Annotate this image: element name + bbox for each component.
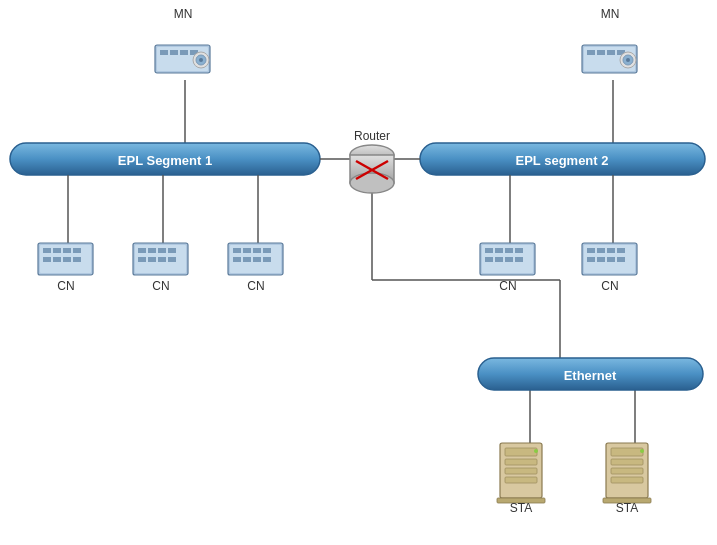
svg-rect-60: [587, 248, 595, 253]
svg-rect-20: [43, 248, 51, 253]
svg-point-73: [534, 449, 538, 453]
mn2-device: [582, 45, 637, 73]
svg-rect-51: [495, 248, 503, 253]
cn5-device: [582, 243, 637, 275]
cn5-label: CN: [601, 279, 618, 293]
svg-rect-71: [505, 468, 537, 474]
svg-rect-56: [505, 257, 513, 262]
svg-rect-45: [243, 257, 251, 262]
svg-rect-76: [611, 448, 643, 456]
svg-rect-64: [587, 257, 595, 262]
svg-rect-22: [63, 248, 71, 253]
svg-rect-70: [505, 459, 537, 465]
svg-rect-62: [607, 248, 615, 253]
svg-rect-34: [138, 257, 146, 262]
svg-rect-2: [160, 50, 168, 55]
svg-rect-36: [158, 257, 166, 262]
svg-rect-53: [515, 248, 523, 253]
sta2-device: [603, 443, 651, 503]
svg-rect-33: [168, 248, 176, 253]
cn3-label: CN: [247, 279, 264, 293]
ethernet-label: Ethernet: [564, 368, 617, 383]
svg-rect-32: [158, 248, 166, 253]
svg-rect-61: [597, 248, 605, 253]
svg-rect-24: [43, 257, 51, 262]
svg-rect-13: [607, 50, 615, 55]
sta1-label: STA: [510, 501, 532, 515]
svg-rect-52: [505, 248, 513, 253]
cn4-device: [480, 243, 535, 275]
mn1-device: [155, 45, 210, 73]
svg-rect-26: [63, 257, 71, 262]
svg-rect-23: [73, 248, 81, 253]
svg-rect-72: [505, 477, 537, 483]
svg-rect-40: [233, 248, 241, 253]
cn4-label: CN: [499, 279, 516, 293]
cn3-device: [228, 243, 283, 275]
svg-rect-12: [597, 50, 605, 55]
router-bottom: [350, 173, 394, 193]
svg-rect-47: [263, 257, 271, 262]
svg-rect-46: [253, 257, 261, 262]
mn1-label: MN: [174, 7, 193, 21]
svg-point-80: [640, 449, 644, 453]
svg-rect-67: [617, 257, 625, 262]
svg-point-8: [199, 58, 203, 62]
svg-rect-57: [515, 257, 523, 262]
svg-rect-65: [597, 257, 605, 262]
svg-rect-41: [243, 248, 251, 253]
svg-rect-77: [611, 459, 643, 465]
svg-rect-31: [148, 248, 156, 253]
cn1-device: [38, 243, 93, 275]
svg-rect-21: [53, 248, 61, 253]
sta2-label: STA: [616, 501, 638, 515]
svg-rect-37: [168, 257, 176, 262]
cn1-label: CN: [57, 279, 74, 293]
svg-rect-3: [170, 50, 178, 55]
svg-rect-55: [495, 257, 503, 262]
svg-rect-50: [485, 248, 493, 253]
svg-rect-43: [263, 248, 271, 253]
svg-rect-54: [485, 257, 493, 262]
svg-rect-35: [148, 257, 156, 262]
svg-rect-66: [607, 257, 615, 262]
svg-rect-11: [587, 50, 595, 55]
svg-rect-78: [611, 468, 643, 474]
network-diagram: EPL Segment 1 EPL segment 2 Ethernet Rou…: [0, 0, 717, 545]
svg-rect-4: [180, 50, 188, 55]
svg-rect-25: [53, 257, 61, 262]
svg-rect-27: [73, 257, 81, 262]
cn2-label: CN: [152, 279, 169, 293]
sta1-device: [497, 443, 545, 503]
router-label: Router: [354, 129, 390, 143]
svg-rect-63: [617, 248, 625, 253]
svg-rect-44: [233, 257, 241, 262]
mn2-label: MN: [601, 7, 620, 21]
svg-rect-79: [611, 477, 643, 483]
svg-rect-42: [253, 248, 261, 253]
svg-point-17: [626, 58, 630, 62]
svg-rect-30: [138, 248, 146, 253]
cn2-device: [133, 243, 188, 275]
svg-rect-69: [505, 448, 537, 456]
epl-segment-2-label: EPL segment 2: [516, 153, 609, 168]
epl-segment-1-label: EPL Segment 1: [118, 153, 212, 168]
